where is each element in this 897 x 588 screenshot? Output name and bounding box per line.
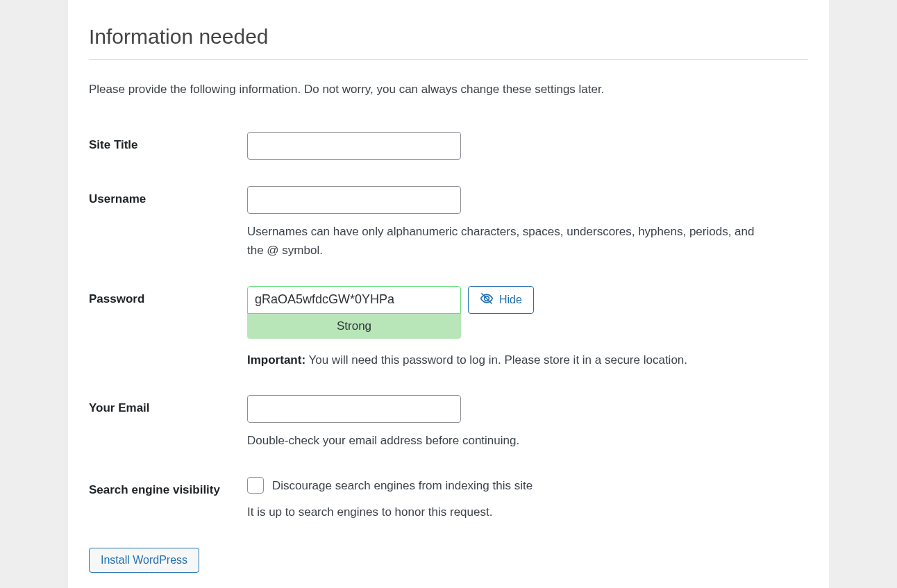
email-help: Double-check your email address before c… [247, 431, 761, 450]
username-help: Usernames can have only alphanumeric cha… [247, 222, 761, 260]
email-input[interactable] [247, 395, 461, 423]
search-visibility-checkbox[interactable] [247, 477, 264, 494]
search-visibility-checkbox-label: Discourage search engines from indexing … [272, 477, 533, 495]
hide-button-label: Hide [499, 294, 522, 306]
email-label: Your Email [89, 389, 247, 471]
password-input[interactable] [247, 286, 461, 314]
eye-slash-icon [480, 292, 494, 308]
password-label: Password [89, 280, 247, 390]
password-important-label: Important: [247, 353, 305, 367]
intro-text: Please provide the following information… [89, 81, 808, 99]
divider [89, 59, 808, 60]
password-strength: Strong [247, 314, 461, 339]
search-visibility-help: It is up to search engines to honor this… [247, 503, 761, 521]
password-important: Important: You will need this password t… [247, 351, 808, 369]
site-title-input[interactable] [247, 132, 461, 160]
site-title-label: Site Title [89, 126, 247, 180]
hide-password-button[interactable]: Hide [468, 286, 534, 314]
install-wordpress-button[interactable]: Install WordPress [89, 548, 199, 573]
username-input[interactable] [247, 186, 461, 214]
search-visibility-label: Search engine visibility [89, 471, 247, 543]
password-important-text: You will need this password to log in. P… [305, 353, 687, 367]
username-label: Username [89, 180, 247, 280]
page-heading: Information needed [89, 21, 808, 52]
